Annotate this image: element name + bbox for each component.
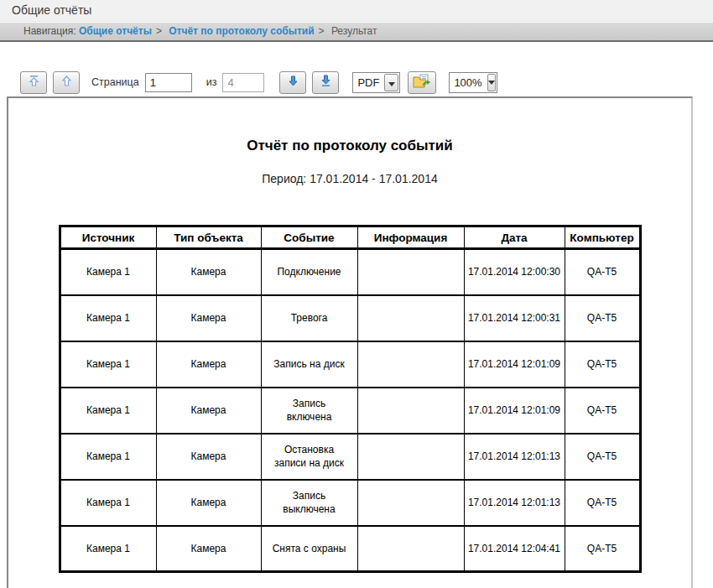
table-cell: Камера (156, 249, 261, 295)
table-cell: Запись выключена (261, 480, 357, 526)
of-label: из (206, 76, 217, 88)
table-cell: Снята с охраны (261, 526, 357, 572)
table-cell: QA-T5 (565, 480, 640, 526)
breadcrumb-label: Навигация: (23, 25, 76, 37)
table-row: Камера 1КамераЗапись на диск17.01.2014 1… (60, 341, 640, 388)
report-viewer-window: { "window": { "title": "Общие отчёты" },… (0, 0, 713, 588)
report-viewer-panel: Отчёт по протоколу событий Период: 17.01… (7, 96, 693, 588)
export-format-value: PDF (353, 76, 383, 89)
table-row: Камера 1КамераПодключение17.01.2014 12:0… (60, 249, 640, 295)
table-cell (357, 434, 464, 480)
page-label: Страница (91, 76, 139, 88)
table-cell: 17.01.2014 12:01:13 (464, 434, 565, 480)
table-cell (357, 295, 464, 341)
table-cell: Камера (156, 480, 261, 526)
table-cell: Подключение (261, 249, 357, 295)
current-page-input[interactable] (145, 73, 192, 92)
column-header: Дата (464, 226, 565, 249)
breadcrumb-current: Результат (329, 25, 377, 37)
table-cell: Камера (156, 295, 261, 341)
table-cell: Запись включена (261, 388, 357, 434)
table-cell: Тревога (261, 295, 357, 341)
export-format-select[interactable]: PDF (352, 72, 400, 93)
table-row: Камера 1КамераТревога17.01.2014 12:00:31… (60, 295, 640, 341)
zoom-select[interactable]: 100% (449, 72, 497, 93)
table-cell (357, 480, 464, 526)
caret-down-icon[interactable] (487, 74, 497, 91)
breadcrumb-separator-icon: > (152, 25, 166, 37)
breadcrumb-link[interactable]: Отчёт по протоколу событий (166, 25, 315, 37)
report-period: Период: 17.01.2014 - 17.01.2014 (8, 172, 691, 185)
last-page-button[interactable] (312, 71, 339, 94)
table-row: Камера 1КамераСнята с охраны17.01.2014 1… (60, 526, 640, 572)
total-pages-input (222, 73, 264, 92)
table-cell (357, 341, 464, 388)
export-button[interactable] (408, 71, 436, 94)
table-cell: Запись на диск (261, 341, 357, 388)
table-cell (357, 526, 464, 572)
table-row: Камера 1КамераОстановка записи на диск17… (60, 434, 640, 480)
window-title: Общие отчёты (12, 3, 91, 17)
table-cell (357, 388, 464, 434)
table-cell: QA-T5 (565, 434, 640, 480)
first-page-icon (28, 75, 40, 90)
table-cell: Камера 1 (60, 249, 156, 295)
breadcrumb-separator-icon: > (315, 25, 329, 37)
table-cell: 17.01.2014 12:01:09 (464, 341, 565, 388)
table-cell: Камера 1 (60, 480, 156, 526)
column-header: Компьютер (565, 226, 640, 249)
table-cell: Камера 1 (60, 526, 156, 572)
table-cell: Камера 1 (60, 434, 156, 480)
table-cell: QA-T5 (565, 388, 640, 434)
previous-page-button[interactable] (53, 71, 80, 94)
next-page-button[interactable] (279, 71, 306, 94)
table-row: Камера 1КамераЗапись включена17.01.2014 … (60, 388, 640, 434)
table-cell: 17.01.2014 12:01:13 (464, 480, 565, 526)
caret-down-icon (388, 75, 395, 90)
table-header-row: ИсточникТип объектаСобытиеИнформацияДата… (60, 226, 640, 249)
last-page-icon (320, 75, 332, 90)
export-folder-icon (413, 74, 431, 91)
table-cell: 17.01.2014 12:00:30 (464, 249, 565, 295)
export-format-dropdown-button[interactable] (384, 74, 398, 91)
table-row: Камера 1КамераЗапись выключена17.01.2014… (60, 480, 640, 526)
table-cell: 17.01.2014 12:00:31 (464, 295, 565, 341)
table-cell: Камера (156, 341, 261, 388)
report-toolbar: Страница из PDF (20, 70, 497, 94)
table-cell: QA-T5 (565, 295, 640, 341)
table-cell (357, 249, 464, 295)
table-cell: Камера (156, 526, 261, 572)
first-page-button[interactable] (20, 71, 47, 94)
table-cell: QA-T5 (565, 249, 640, 295)
table-cell: Камера (156, 388, 261, 434)
next-page-icon (287, 75, 299, 90)
table-cell: Камера 1 (60, 388, 156, 434)
breadcrumb-link[interactable]: Общие отчёты (79, 25, 152, 37)
report-title: Отчёт по протоколу событий (8, 138, 691, 154)
table-cell: Остановка записи на диск (261, 434, 357, 480)
column-header: Тип объекта (156, 226, 261, 249)
table-cell: Камера 1 (60, 295, 156, 341)
table-cell: 17.01.2014 12:04:41 (464, 526, 565, 572)
table-cell: Камера (156, 434, 261, 480)
table-cell: QA-T5 (565, 341, 640, 388)
breadcrumb: Навигация: Общие отчёты> Отчёт по проток… (0, 23, 713, 42)
column-header: Событие (261, 226, 357, 249)
column-header: Источник (60, 226, 156, 249)
column-header: Информация (357, 226, 464, 249)
table-cell: Камера 1 (60, 341, 156, 388)
zoom-value: 100% (450, 76, 486, 89)
event-protocol-table: ИсточникТип объектаСобытиеИнформацияДата… (59, 225, 642, 573)
window-title-bar: Общие отчёты (0, 0, 713, 22)
table-cell: 17.01.2014 12:01:09 (464, 388, 565, 434)
previous-page-icon (60, 75, 73, 90)
table-cell: QA-T5 (565, 526, 640, 572)
